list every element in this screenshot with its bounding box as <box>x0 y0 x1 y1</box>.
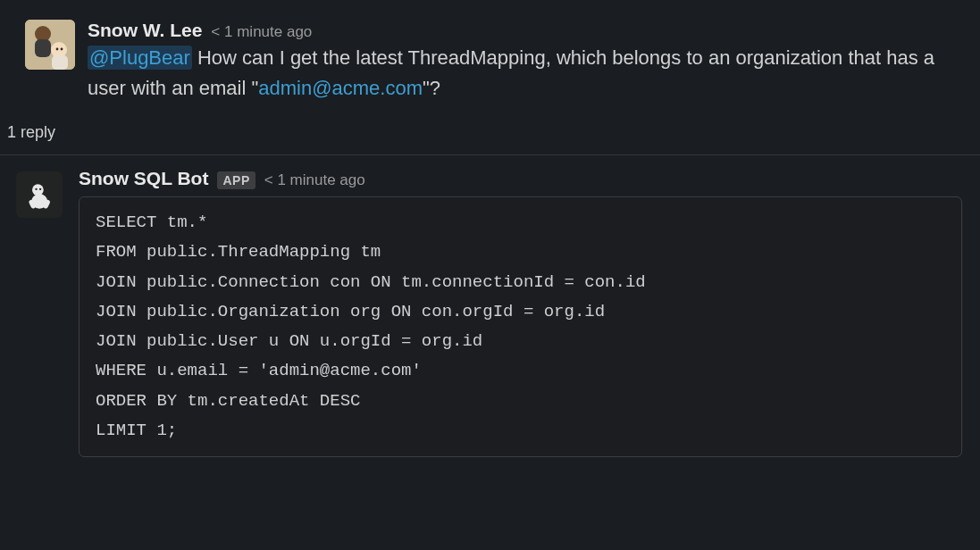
svg-point-6 <box>61 48 63 51</box>
avatar[interactable] <box>16 171 63 218</box>
app-badge: APP <box>217 171 255 189</box>
avatar[interactable] <box>25 20 75 70</box>
email-link[interactable]: admin@acme.com <box>258 77 423 99</box>
user-avatar-image <box>25 20 75 70</box>
message[interactable]: Snow W. Lee < 1 minute ago @PlugBear How… <box>0 16 980 107</box>
text-segment: How can I get the latest ThreadMapping, … <box>88 46 934 99</box>
user-mention[interactable]: @PlugBear <box>88 46 192 70</box>
code-block[interactable]: SELECT tm.* FROM public.ThreadMapping tm… <box>79 196 962 457</box>
bot-avatar-image <box>23 179 55 211</box>
message-text: @PlugBear How can I get the latest Threa… <box>88 43 962 104</box>
author-name[interactable]: Snow SQL Bot <box>79 168 208 189</box>
svg-point-7 <box>32 184 44 196</box>
svg-point-12 <box>39 188 41 190</box>
svg-point-11 <box>35 188 37 190</box>
message-body: Snow W. Lee < 1 minute ago @PlugBear How… <box>88 20 962 104</box>
reply-separator: 1 reply <box>0 123 980 155</box>
message-timestamp[interactable]: < 1 minute ago <box>211 23 312 41</box>
svg-rect-2 <box>35 39 51 57</box>
author-name[interactable]: Snow W. Lee <box>88 20 202 41</box>
message-body: Snow SQL Bot APP < 1 minute ago SELECT t… <box>79 168 962 457</box>
message-timestamp[interactable]: < 1 minute ago <box>264 171 365 189</box>
svg-point-5 <box>56 48 59 51</box>
svg-rect-4 <box>52 55 68 70</box>
reply-count: 1 reply <box>7 123 55 141</box>
thread-container: Snow W. Lee < 1 minute ago @PlugBear How… <box>0 0 980 461</box>
message[interactable]: Snow SQL Bot APP < 1 minute ago SELECT t… <box>0 164 980 461</box>
message-header: Snow SQL Bot APP < 1 minute ago <box>79 168 962 189</box>
text-segment: "? <box>423 77 440 99</box>
message-header: Snow W. Lee < 1 minute ago <box>88 20 962 41</box>
